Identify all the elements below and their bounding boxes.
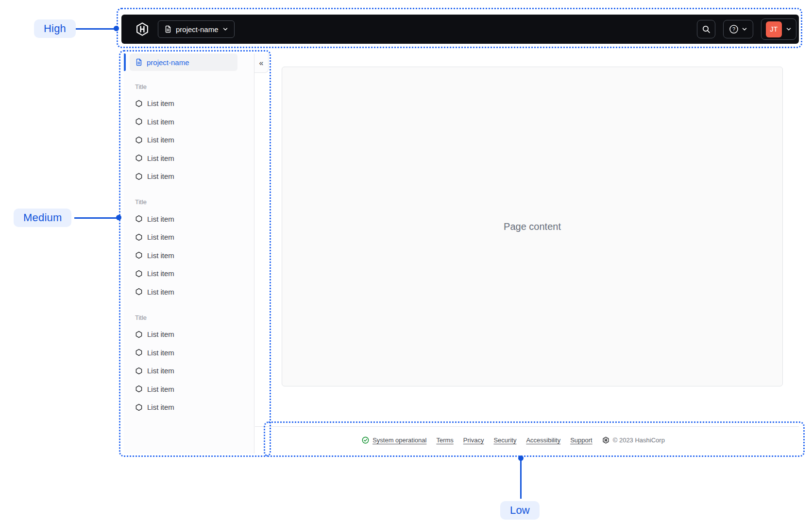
sidebar-list-item-label: List item [147, 233, 174, 241]
user-avatar: JT [766, 21, 782, 37]
sidebar-list-item-label: List item [147, 154, 174, 162]
sidebar-list-item-label: List item [147, 385, 174, 393]
system-status-link[interactable]: System operational [362, 437, 426, 444]
sidebar-list-item[interactable]: List item [124, 264, 254, 283]
sidebar-section: Title List item List item List item List… [124, 194, 254, 301]
sidebar-list-item[interactable]: List item [124, 228, 254, 246]
sidebar-section-title: Title [124, 194, 254, 210]
sidebar-section-title: Title [124, 79, 254, 94]
footer-link-support[interactable]: Support [570, 437, 592, 444]
high-connector-line [76, 28, 117, 30]
check-circle-icon [362, 437, 369, 444]
hexagon-icon [135, 154, 143, 162]
sidebar: project-name Title List item List item L… [124, 53, 254, 454]
sidebar-list-item[interactable]: List item [124, 149, 254, 168]
sidebar-list-item[interactable]: List item [124, 380, 254, 399]
sidebar-list-item[interactable]: List item [124, 131, 254, 149]
navbar-actions: ? JT [697, 18, 796, 40]
hexagon-icon [135, 118, 143, 125]
sidebar-list-item[interactable]: List item [124, 94, 254, 113]
design-spec-canvas: project-name ? JT [0, 0, 812, 524]
hexagon-icon [135, 367, 143, 375]
system-status-label: System operational [372, 437, 426, 444]
file-text-icon [135, 58, 143, 66]
sidebar-list-item[interactable]: List item [124, 210, 254, 228]
search-icon [702, 25, 710, 34]
project-switcher-label: project-name [176, 25, 219, 34]
density-label-high-text: High [44, 22, 66, 35]
sidebar-section-title: Title [124, 310, 254, 325]
footer-link-accessibility[interactable]: Accessibility [526, 437, 560, 444]
sidebar-list-item[interactable]: List item [124, 398, 254, 417]
sidebar-item-project[interactable]: project-name [130, 53, 237, 71]
footer-link-security[interactable]: Security [493, 437, 516, 444]
sidebar-list-item-label: List item [147, 403, 174, 411]
sidebar-collapse-button[interactable]: « [254, 53, 269, 73]
sidebar-list-item[interactable]: List item [124, 113, 254, 131]
sidebar-list-item[interactable]: List item [124, 362, 254, 380]
file-text-icon [164, 25, 172, 33]
hexagon-icon [135, 349, 143, 356]
sidebar-list-item-label: List item [147, 288, 174, 296]
sidebar-list-item-label: List item [147, 215, 174, 223]
sidebar-nav: Title List item List item List item List… [124, 71, 254, 417]
density-label-high: High [34, 19, 76, 38]
hexagon-icon [135, 136, 143, 144]
collapse-sidebar-icon: « [259, 59, 264, 68]
svg-text:?: ? [732, 26, 735, 32]
user-menu-button[interactable]: JT [761, 18, 796, 40]
hexagon-icon [135, 233, 143, 241]
medium-connector-dot [116, 215, 121, 220]
help-menu-button[interactable]: ? [723, 20, 753, 38]
density-label-medium: Medium [14, 209, 71, 227]
sidebar-list-item-label: List item [147, 136, 174, 144]
app-footer: System operational Terms Privacy Securit… [255, 426, 799, 454]
hexagon-icon [135, 100, 143, 107]
page-content-placeholder: Page content [504, 221, 561, 232]
chevron-down-icon [786, 26, 792, 32]
low-connector-dot [518, 455, 524, 461]
sidebar-section: Title List item List item List item List… [124, 79, 254, 186]
project-switcher-button[interactable]: project-name [158, 20, 235, 38]
hexagon-icon [135, 173, 143, 180]
sidebar-list-item[interactable]: List item [124, 167, 254, 186]
low-connector-line [520, 458, 522, 499]
high-connector-dot [114, 26, 119, 31]
sidebar-list-item-label: List item [147, 99, 174, 107]
chevron-down-icon [222, 26, 228, 32]
sidebar-section: Title List item List item List item List… [124, 310, 254, 417]
hexagon-icon [135, 251, 143, 259]
density-label-low-text: Low [510, 504, 530, 517]
hexagon-icon [135, 385, 143, 393]
hashicorp-logo-icon [135, 22, 150, 36]
chevron-down-icon [742, 26, 747, 32]
copyright-text: © 2023 HashiCorp [613, 437, 665, 444]
hexagon-icon [135, 270, 143, 278]
sidebar-list-item-label: List item [147, 251, 174, 260]
hexagon-icon [135, 215, 143, 223]
sidebar-list-item-label: List item [147, 349, 174, 357]
active-indicator-bar [124, 53, 126, 71]
sidebar-list-item-label: List item [147, 172, 174, 180]
sidebar-list-item[interactable]: List item [124, 325, 254, 344]
search-button[interactable] [697, 20, 715, 38]
sidebar-list-item-label: List item [147, 330, 174, 338]
hashicorp-logo-icon [602, 437, 609, 444]
sidebar-list-item[interactable]: List item [124, 344, 254, 362]
sidebar-list-item[interactable]: List item [124, 283, 254, 301]
footer-link-terms[interactable]: Terms [436, 437, 453, 444]
sidebar-list-item-label: List item [147, 269, 174, 278]
app-navbar: project-name ? JT [121, 15, 799, 44]
density-label-medium-text: Medium [23, 211, 62, 224]
sidebar-list-item-label: List item [147, 118, 174, 126]
hexagon-icon [135, 403, 143, 411]
footer-link-privacy[interactable]: Privacy [463, 437, 484, 444]
sidebar-list-item-label: List item [147, 367, 174, 375]
page-content-area: Page content [282, 67, 783, 386]
sidebar-list-item[interactable]: List item [124, 246, 254, 265]
help-icon: ? [729, 24, 739, 34]
medium-connector-line [74, 217, 119, 219]
hexagon-icon [135, 288, 143, 296]
sidebar-project-label: project-name [147, 58, 189, 67]
hexagon-icon [135, 331, 143, 338]
